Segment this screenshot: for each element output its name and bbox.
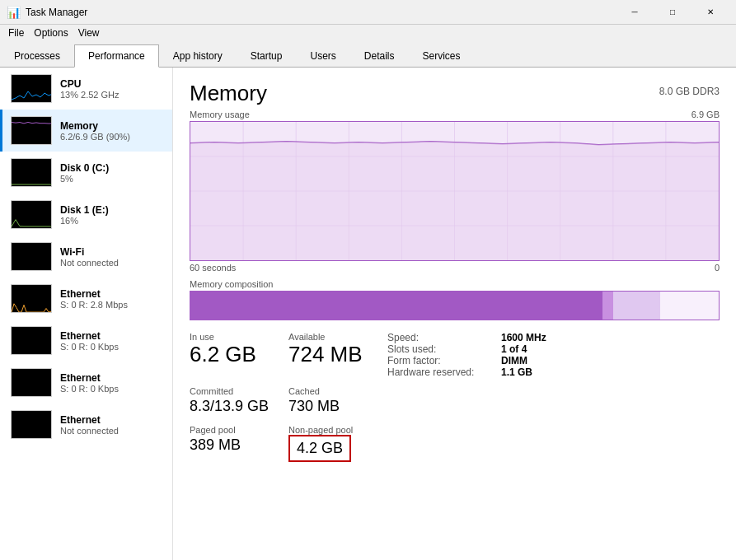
- sidebar-item-ethernet1[interactable]: Ethernet S: 0 R: 2.8 Mbps: [0, 278, 172, 320]
- menu-file[interactable]: File: [3, 26, 29, 40]
- sidebar-item-ethernet3[interactable]: Ethernet S: 0 R: 0 Kbps: [0, 362, 172, 404]
- cached-label: Cached: [288, 386, 387, 396]
- sidebar-item-disk0[interactable]: Disk 0 (C:) 5%: [0, 152, 172, 194]
- speed-row: Speed: 1600 MHz: [387, 332, 720, 343]
- available-label: Available: [288, 332, 387, 342]
- wifi-detail: Not connected: [60, 258, 164, 268]
- stat-cached: Cached 730 MB: [288, 386, 387, 417]
- stat-paged-pool: Paged pool 389 MB: [190, 425, 288, 455]
- ethernet1-label: Ethernet: [60, 288, 164, 300]
- disk1-label: Disk 1 (E:): [60, 204, 164, 216]
- form-row: Form factor: DIMM: [387, 355, 720, 366]
- slots-value: 1 of 4: [501, 343, 527, 355]
- tab-users[interactable]: Users: [296, 44, 349, 68]
- stat-in-use: In use 6.2 GB: [190, 332, 288, 378]
- form-label: Form factor:: [387, 355, 495, 366]
- ethernet3-detail: S: 0 R: 0 Kbps: [60, 384, 164, 394]
- slots-label: Slots used:: [387, 343, 495, 355]
- chart-time-end: 0: [715, 263, 720, 273]
- page-title: Memory: [190, 81, 267, 106]
- sidebar-item-disk1[interactable]: Disk 1 (E:) 16%: [0, 194, 172, 236]
- sidebar-item-cpu[interactable]: CPU 13% 2.52 GHz: [0, 68, 172, 110]
- cpu-thumbnail: [11, 74, 52, 103]
- content-area: Memory 8.0 GB DDR3 Memory usage 6.9 GB: [173, 68, 736, 560]
- in-use-value: 6.2 GB: [190, 342, 288, 367]
- tab-bar: Processes Performance App history Startu…: [0, 41, 736, 68]
- minimize-button[interactable]: ─: [616, 0, 654, 25]
- wifi-thumbnail: [11, 242, 52, 271]
- comp-free: [660, 292, 719, 320]
- chart-time-row: 60 seconds 0: [190, 263, 720, 273]
- tab-processes[interactable]: Processes: [0, 44, 74, 68]
- cached-value: 730 MB: [288, 396, 387, 417]
- stats-row3: Paged pool 389 MB Non-paged pool 4.2 GB: [190, 425, 720, 462]
- hw-reserved-label: Hardware reserved:: [387, 366, 495, 378]
- app-icon: 📊: [7, 6, 21, 19]
- paged-pool-value: 389 MB: [190, 435, 288, 455]
- tab-app-history[interactable]: App history: [159, 44, 237, 68]
- committed-value: 8.3/13.9 GB: [190, 396, 288, 417]
- memory-label: Memory: [60, 120, 164, 132]
- close-button[interactable]: ✕: [691, 0, 729, 25]
- sidebar-item-memory[interactable]: Memory 6.2/6.9 GB (90%): [0, 110, 172, 152]
- tab-performance[interactable]: Performance: [74, 44, 159, 68]
- memory-detail: 6.2/6.9 GB (90%): [60, 132, 164, 142]
- tab-services[interactable]: Services: [409, 44, 475, 68]
- non-paged-pool-label: Non-paged pool: [288, 425, 353, 435]
- slots-row: Slots used: 1 of 4: [387, 343, 720, 355]
- ethernet1-detail: S: 0 R: 2.8 Mbps: [60, 300, 164, 310]
- stats-row1: In use 6.2 GB Available 724 MB Speed: 16…: [190, 332, 720, 378]
- sidebar-item-ethernet4[interactable]: Ethernet Not connected: [0, 404, 172, 446]
- sidebar: CPU 13% 2.52 GHz Memory 6.2/6.9 GB (90%)…: [0, 68, 173, 560]
- ethernet2-detail: S: 0 R: 0 Kbps: [60, 342, 164, 352]
- non-paged-pool-value: 4.2 GB: [297, 440, 343, 456]
- stat-non-paged-pool: Non-paged pool 4.2 GB: [288, 425, 353, 462]
- in-use-label: In use: [190, 332, 288, 342]
- stats-right: Speed: 1600 MHz Slots used: 1 of 4 Form …: [387, 332, 720, 378]
- sidebar-item-ethernet2[interactable]: Ethernet S: 0 R: 0 Kbps: [0, 320, 172, 362]
- ethernet1-thumbnail: [11, 284, 52, 313]
- ethernet4-detail: Not connected: [60, 426, 164, 436]
- memory-thumbnail: [11, 116, 52, 145]
- comp-standby: [613, 292, 661, 320]
- comp-modified: [602, 292, 613, 320]
- chart-svg: [190, 122, 719, 260]
- cpu-label: CPU: [60, 78, 164, 90]
- content-header: Memory 8.0 GB DDR3: [190, 81, 720, 106]
- ethernet4-label: Ethernet: [60, 414, 164, 426]
- sidebar-item-wifi[interactable]: Wi-Fi Not connected: [0, 236, 172, 278]
- memory-usage-section: Memory usage 6.9 GB: [190, 110, 720, 273]
- menu-options[interactable]: Options: [29, 26, 73, 40]
- disk1-thumbnail: [11, 200, 52, 229]
- stat-committed: Committed 8.3/13.9 GB: [190, 386, 288, 417]
- ethernet3-thumbnail: [11, 368, 52, 397]
- menu-view[interactable]: View: [73, 26, 105, 40]
- speed-label: Speed:: [387, 332, 495, 343]
- composition-section: Memory composition: [190, 279, 720, 320]
- paged-pool-label: Paged pool: [190, 425, 288, 435]
- chart-max-label: 6.9 GB: [691, 110, 720, 119]
- memory-chart: [190, 121, 720, 261]
- tab-details[interactable]: Details: [350, 44, 409, 68]
- ethernet4-thumbnail: [11, 410, 52, 439]
- cpu-detail: 13% 2.52 GHz: [60, 90, 164, 100]
- maximize-button[interactable]: □: [654, 0, 691, 25]
- tab-startup[interactable]: Startup: [237, 44, 297, 68]
- non-paged-pool-box: 4.2 GB: [288, 435, 351, 462]
- stats-row2: Committed 8.3/13.9 GB Cached 730 MB: [190, 386, 720, 417]
- disk0-detail: 5%: [60, 174, 164, 184]
- disk1-detail: 16%: [60, 216, 164, 226]
- available-value: 724 MB: [288, 342, 387, 367]
- speed-value: 1600 MHz: [501, 332, 546, 343]
- wifi-label: Wi-Fi: [60, 246, 164, 258]
- memory-spec: 8.0 GB DDR3: [659, 86, 720, 97]
- svg-marker-12: [190, 142, 719, 260]
- menubar: File Options View: [0, 25, 736, 41]
- ethernet2-thumbnail: [11, 326, 52, 355]
- disk0-label: Disk 0 (C:): [60, 162, 164, 174]
- committed-label: Committed: [190, 386, 288, 396]
- chart-time-start: 60 seconds: [190, 263, 236, 273]
- main-area: CPU 13% 2.52 GHz Memory 6.2/6.9 GB (90%)…: [0, 68, 736, 560]
- ethernet3-label: Ethernet: [60, 372, 164, 384]
- hw-reserved-value: 1.1 GB: [501, 366, 532, 378]
